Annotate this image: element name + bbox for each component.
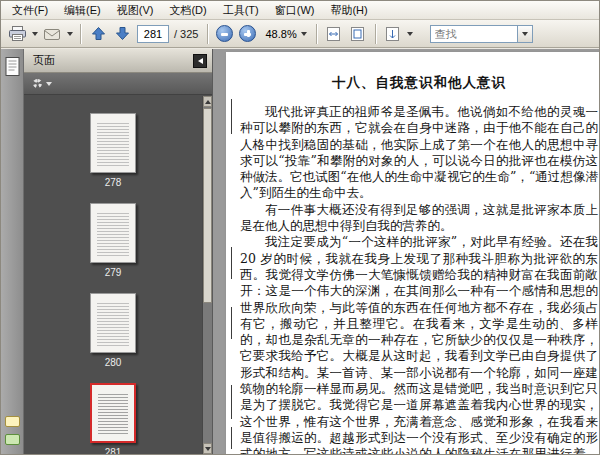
gear-icon[interactable] <box>33 79 42 88</box>
toolbar: / 325 48.8% <box>1 20 599 48</box>
thumbnail-text-lines <box>98 394 128 435</box>
page-thumbnail[interactable]: 279 <box>89 203 137 278</box>
page-thumbnail[interactable]: 280 <box>89 293 137 368</box>
navigation-sidebar: 页面 278 279 <box>1 49 213 454</box>
scroll-up-button[interactable] <box>203 96 212 107</box>
attachments-panel-button[interactable] <box>5 434 20 445</box>
chevron-down-icon <box>407 32 413 36</box>
panel-scrollbar[interactable] <box>202 96 212 454</box>
page-thumbnail[interactable]: 278 <box>89 113 137 188</box>
thumbnail-page-number: 281 <box>89 447 137 454</box>
thumbnail-page-number: 280 <box>89 357 137 368</box>
thumbnail-image[interactable] <box>90 113 136 173</box>
toolbar-separator <box>316 24 317 44</box>
print-button[interactable] <box>6 23 28 45</box>
body-paragraph: 有一件事大概还没有得到足够的强调，这就是批评家本质上是在他人的思想中得到自我的营… <box>240 202 598 235</box>
page-number-input[interactable] <box>137 25 169 43</box>
scrollbar-thumb[interactable] <box>203 108 212 303</box>
body-paragraph: 我注定要成为“一个这样的批评家”，对此早有经验。还在我 20 岁的时候，我就在我… <box>240 234 598 454</box>
change-bar-mark <box>231 247 232 279</box>
thumbnail-text-lines <box>97 123 129 166</box>
pdf-page: 十八、自我意识和他人意识 现代批评真正的祖师爷是圣佩韦。他说倘如不给他的灵魂一种… <box>226 52 599 454</box>
chevron-down-icon <box>67 32 73 36</box>
printer-icon <box>8 25 27 42</box>
pages-panel-button[interactable] <box>4 56 21 78</box>
menu-edit[interactable]: 编辑(E) <box>56 1 109 20</box>
previous-page-button[interactable] <box>87 23 109 45</box>
panel-header: 页面 <box>24 49 212 73</box>
zoom-out-button[interactable] <box>216 25 233 42</box>
menu-file[interactable]: 文件(F) <box>4 1 56 20</box>
arrow-up-icon <box>205 100 211 104</box>
zoom-level-dropdown[interactable]: 48.8% <box>261 26 310 42</box>
chapter-title: 十八、自我意识和他人意识 <box>240 74 598 92</box>
thumbnail-page-number: 279 <box>89 267 137 278</box>
page-total-label: / 325 <box>174 28 198 40</box>
zoom-in-button[interactable] <box>239 25 256 42</box>
chevron-down-icon <box>522 32 528 36</box>
chevron-down-icon[interactable] <box>46 82 52 86</box>
pages-panel: 页面 278 279 <box>24 49 212 454</box>
fit-page-icon <box>349 26 366 42</box>
change-bar-mark <box>231 307 232 339</box>
pages-icon <box>4 56 21 78</box>
fit-page-button[interactable] <box>347 23 369 45</box>
panel-options-bar <box>24 73 212 95</box>
menu-document[interactable]: 文档(D) <box>161 1 214 20</box>
toolbar-separator <box>207 24 208 44</box>
email-icon <box>43 26 61 42</box>
thumbnail-list: 278 279 280 281 <box>24 95 202 454</box>
toolbar-separator <box>375 24 376 44</box>
menu-window[interactable]: 窗口(W) <box>267 1 323 20</box>
scrolling-page-icon <box>384 26 401 42</box>
email-button[interactable] <box>41 23 63 45</box>
arrow-down-icon <box>115 26 130 41</box>
find-dropdown-button[interactable] <box>518 25 533 43</box>
print-dropdown-button[interactable] <box>29 23 40 45</box>
zoom-level-value: 48.8% <box>265 28 296 40</box>
thumbnail-image[interactable] <box>90 203 136 263</box>
panel-title: 页面 <box>33 53 193 68</box>
collapse-panel-button[interactable] <box>193 54 207 68</box>
arrow-down-icon <box>205 447 211 451</box>
fit-width-icon <box>325 26 342 42</box>
email-dropdown-button[interactable] <box>64 23 75 45</box>
fit-width-button[interactable] <box>323 23 345 45</box>
panel-button-strip <box>1 49 24 454</box>
scroll-down-button[interactable] <box>203 443 212 454</box>
menu-tools[interactable]: 工具(T) <box>215 1 267 20</box>
chevron-left-icon <box>198 58 203 64</box>
thumbnail-text-lines <box>97 213 129 256</box>
find-input[interactable] <box>430 25 518 43</box>
view-mode-dropdown-button[interactable] <box>405 23 416 45</box>
change-bar-mark <box>231 385 232 419</box>
change-bar-mark <box>231 99 232 134</box>
menu-bar: 文件(F) 编辑(E) 视图(V) 文档(D) 工具(T) 窗口(W) 帮助(H… <box>1 1 599 20</box>
thumbnail-text-lines <box>97 303 129 346</box>
arrow-up-icon <box>91 26 106 41</box>
menu-help[interactable]: 帮助(H) <box>322 1 375 20</box>
document-view[interactable]: 十八、自我意识和他人意识 现代批评真正的祖师爷是圣佩韦。他说倘如不给他的灵魂一种… <box>213 49 599 454</box>
find-box <box>430 25 533 43</box>
change-bar-mark <box>231 427 232 449</box>
scrolling-view-button[interactable] <box>382 23 404 45</box>
menu-view[interactable]: 视图(V) <box>109 1 162 20</box>
main-content: 页面 278 279 <box>1 49 599 454</box>
next-page-button[interactable] <box>111 23 133 45</box>
thumbnail-image[interactable] <box>90 293 136 353</box>
chevron-down-icon <box>301 32 307 36</box>
chevron-down-icon <box>32 32 38 36</box>
toolbar-separator <box>80 24 81 44</box>
page-thumbnail-current[interactable]: 281 <box>89 383 137 454</box>
thumbnail-page-number: 278 <box>89 177 137 188</box>
body-paragraph: 现代批评真正的祖师爷是圣佩韦。他说倘如不给他的灵魂一种可以攀附的东西，它就会在自… <box>240 104 598 202</box>
pdf-reader-window: 文件(F) 编辑(E) 视图(V) 文档(D) 工具(T) 窗口(W) 帮助(H… <box>0 0 600 455</box>
comments-panel-button[interactable] <box>5 416 20 427</box>
thumbnail-image[interactable] <box>90 383 136 443</box>
